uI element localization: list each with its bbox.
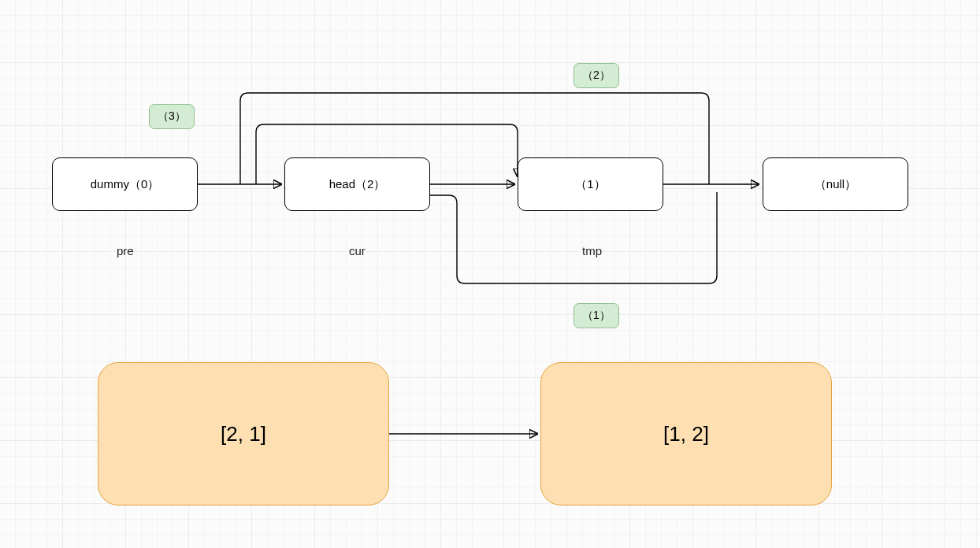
chip-step-2: （2） (574, 63, 619, 88)
chip-step-3: （3） (149, 104, 195, 129)
chip-step-1-label: （1） (582, 309, 611, 323)
node-null: （null） (763, 157, 908, 211)
node-one: （1） (518, 157, 663, 211)
label-tmp: tmp (582, 244, 602, 257)
node-head-label: head（2） (329, 177, 386, 192)
chip-step-3-label: （3） (158, 109, 186, 124)
diagram-canvas: dummy（0） head（2） （1） （null） （3） （2） （1） … (0, 0, 980, 548)
block-input: [2, 1] (98, 362, 389, 505)
node-one-label: （1） (575, 177, 605, 192)
block-input-label: [2, 1] (221, 422, 266, 446)
block-output-label: [1, 2] (663, 422, 709, 446)
node-dummy-label: dummy（0） (91, 177, 160, 192)
label-pre: pre (117, 244, 134, 257)
chip-step-1: （1） (574, 303, 619, 328)
label-cur: cur (349, 244, 366, 257)
chip-step-2-label: （2） (582, 68, 611, 83)
node-null-label: （null） (815, 177, 856, 192)
node-head: head（2） (284, 157, 430, 211)
block-output: [1, 2] (540, 362, 832, 505)
node-dummy: dummy（0） (52, 157, 198, 211)
